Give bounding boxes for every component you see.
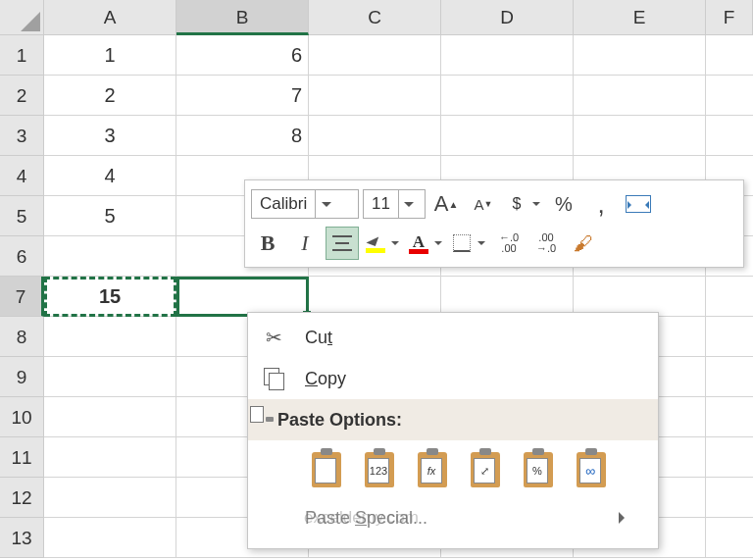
- bold-button[interactable]: B: [251, 227, 284, 260]
- italic-button[interactable]: I: [288, 227, 322, 260]
- borders-button[interactable]: [449, 227, 488, 260]
- decrease-font-icon: A: [475, 196, 484, 213]
- menu-cut[interactable]: ✂ Cut: [248, 317, 658, 358]
- cell-A7[interactable]: 15: [44, 277, 176, 317]
- paste-values-button[interactable]: 123: [356, 446, 403, 493]
- col-header-A[interactable]: A: [44, 0, 176, 35]
- decrease-font-button[interactable]: A▼: [467, 187, 500, 221]
- column-headers: A B C D E F: [44, 0, 753, 35]
- decrease-decimal-button[interactable]: .00→.0: [529, 227, 563, 260]
- row-header-2[interactable]: 2: [0, 76, 44, 116]
- row-header-5[interactable]: 5: [0, 196, 44, 236]
- cell-E7[interactable]: [574, 277, 706, 317]
- paste-all-button[interactable]: [303, 446, 350, 493]
- chevron-down-icon[interactable]: [529, 187, 543, 221]
- align-center-button[interactable]: [326, 227, 359, 260]
- font-name-combo[interactable]: Calibri: [251, 189, 359, 219]
- cell-A9[interactable]: [44, 357, 176, 397]
- cell-F10[interactable]: [706, 397, 753, 437]
- cell-A5[interactable]: 5: [44, 196, 176, 236]
- font-color-button[interactable]: A: [406, 227, 445, 260]
- cell-A1[interactable]: 1: [44, 35, 176, 76]
- row-header-1[interactable]: 1: [0, 35, 44, 76]
- italic-icon: I: [301, 230, 308, 256]
- cell-A4[interactable]: 4: [44, 156, 176, 196]
- cell-B2[interactable]: 7: [176, 76, 309, 116]
- cell-B7[interactable]: [176, 277, 309, 317]
- cell-F1[interactable]: [706, 35, 753, 76]
- col-header-C[interactable]: C: [309, 0, 441, 35]
- chevron-down-icon[interactable]: [475, 227, 488, 260]
- fill-color-button[interactable]: [363, 227, 402, 260]
- cell-C1[interactable]: [309, 35, 441, 76]
- fill-bucket-icon: [363, 227, 388, 260]
- cell-B1[interactable]: 6: [176, 35, 309, 76]
- cell-D3[interactable]: [441, 116, 574, 156]
- cell-A10[interactable]: [44, 397, 176, 437]
- row-header-6[interactable]: 6: [0, 236, 44, 277]
- col-header-D[interactable]: D: [441, 0, 574, 35]
- increase-font-button[interactable]: A▲: [429, 187, 463, 221]
- paste-formatting-button[interactable]: %: [515, 446, 562, 493]
- paste-transpose-button[interactable]: ⤢: [462, 446, 509, 493]
- chevron-down-icon[interactable]: [315, 190, 336, 218]
- cell-F13[interactable]: [706, 518, 753, 558]
- cell-C2[interactable]: [309, 76, 441, 116]
- cell-A13[interactable]: [44, 518, 176, 558]
- comma-format-button[interactable]: ,: [584, 187, 618, 221]
- cell-A12[interactable]: [44, 478, 176, 518]
- row-header-11[interactable]: 11: [0, 437, 44, 478]
- chevron-down-icon[interactable]: [388, 227, 402, 260]
- menu-paste-special[interactable]: Paste Special...: [248, 499, 658, 536]
- menu-cut-label: Cut: [305, 328, 332, 348]
- col-header-E[interactable]: E: [574, 0, 706, 35]
- cell-F12[interactable]: [706, 478, 753, 518]
- row-header-13[interactable]: 13: [0, 518, 44, 558]
- accounting-format-button[interactable]: $: [504, 187, 543, 221]
- select-all-corner[interactable]: [0, 0, 44, 35]
- merge-center-button[interactable]: [622, 187, 655, 221]
- cell-D2[interactable]: [441, 76, 574, 116]
- increase-decimal-button[interactable]: ←.0.00: [492, 227, 526, 260]
- cell-A2[interactable]: 2: [44, 76, 176, 116]
- cell-F3[interactable]: [706, 116, 753, 156]
- cell-F8[interactable]: [706, 317, 753, 357]
- cell-B3[interactable]: 8: [176, 116, 309, 156]
- row-header-8[interactable]: 8: [0, 317, 44, 357]
- paste-values-icon: 123: [368, 458, 389, 484]
- cell-A11[interactable]: [44, 437, 176, 478]
- cell-C7[interactable]: [309, 277, 441, 317]
- col-header-B[interactable]: B: [176, 0, 309, 35]
- row-header-9[interactable]: 9: [0, 357, 44, 397]
- chevron-down-icon[interactable]: [398, 190, 420, 218]
- cell-D7[interactable]: [441, 277, 574, 317]
- row-header-12[interactable]: 12: [0, 478, 44, 518]
- cell-D1[interactable]: [441, 35, 574, 76]
- cell-C3[interactable]: [309, 116, 441, 156]
- font-size-combo[interactable]: 11: [363, 189, 426, 219]
- cell-A6[interactable]: [44, 236, 176, 277]
- format-painter-button[interactable]: 🖌: [567, 227, 600, 260]
- cell-F9[interactable]: [706, 357, 753, 397]
- cell-E3[interactable]: [574, 116, 706, 156]
- cell-A8[interactable]: [44, 317, 176, 357]
- menu-copy[interactable]: Copy: [248, 358, 658, 399]
- paste-formulas-button[interactable]: fx: [409, 446, 456, 493]
- dollar-icon: $: [504, 187, 529, 221]
- paste-link-button[interactable]: ∞: [568, 446, 615, 493]
- row-header-4[interactable]: 4: [0, 156, 44, 196]
- chevron-down-icon[interactable]: [431, 227, 445, 260]
- row-header-3[interactable]: 3: [0, 116, 44, 156]
- row-header-10[interactable]: 10: [0, 397, 44, 437]
- col-header-F[interactable]: F: [706, 0, 753, 35]
- paste-formatting-icon: %: [527, 458, 548, 484]
- cell-F7[interactable]: [706, 277, 753, 317]
- comma-icon: ,: [597, 189, 604, 220]
- cell-A3[interactable]: 3: [44, 116, 176, 156]
- cell-F11[interactable]: [706, 437, 753, 478]
- percent-format-button[interactable]: %: [547, 187, 580, 221]
- cell-F2[interactable]: [706, 76, 753, 116]
- row-header-7[interactable]: 7: [0, 277, 44, 317]
- cell-E2[interactable]: [574, 76, 706, 116]
- cell-E1[interactable]: [574, 35, 706, 76]
